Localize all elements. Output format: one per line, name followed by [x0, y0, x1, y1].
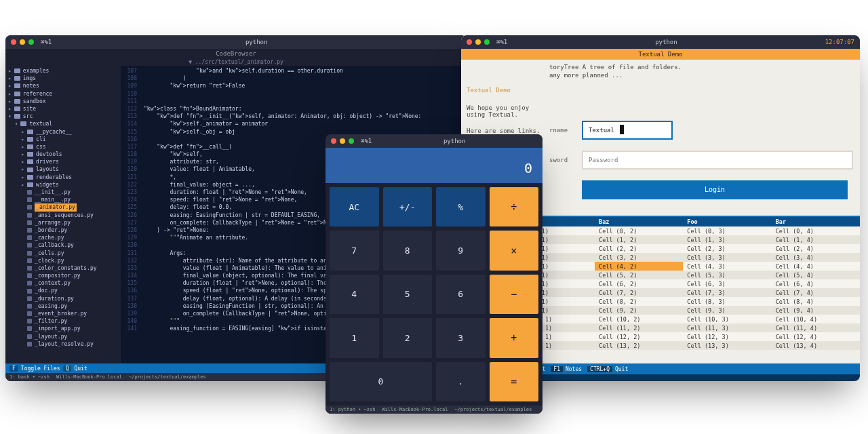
table-cell[interactable]: Cell (10, 4): [772, 315, 860, 323]
table-cell[interactable]: Cell (7, 2): [595, 288, 683, 297]
table-cell[interactable]: Cell (13, 4): [772, 341, 860, 350]
tree-file[interactable]: _layout.py: [8, 333, 118, 340]
tree-folder[interactable]: ▸ devtools: [8, 151, 118, 158]
table-cell[interactable]: Cell (1, 2): [595, 235, 683, 244]
calc-key-+[interactable]: +: [490, 318, 539, 357]
minimize-icon[interactable]: [340, 138, 345, 144]
table-header[interactable]: Bar: [772, 217, 860, 226]
tree-folder[interactable]: ▸ sandbox: [8, 98, 118, 105]
tree-file[interactable]: _callback.py: [8, 241, 118, 249]
table-cell[interactable]: Cell (1, 3): [683, 235, 771, 244]
calc-key-+/-[interactable]: +/-: [383, 187, 433, 226]
tree-file[interactable]: _context.py: [8, 279, 118, 287]
username-input[interactable]: [582, 121, 673, 140]
table-cell[interactable]: Cell (12, 2): [595, 332, 683, 341]
calc-key-8[interactable]: 8: [383, 231, 433, 270]
table-cell[interactable]: Cell (4, 2): [595, 262, 683, 271]
tree-folder[interactable]: ▸ imgs: [8, 75, 118, 82]
table-cell[interactable]: Cell (10, 3): [683, 315, 771, 323]
table-cell[interactable]: Cell (12, 4): [772, 332, 860, 341]
table-cell[interactable]: Cell (9, 2): [595, 306, 683, 315]
tree-file[interactable]: _event_broker.py: [8, 310, 118, 317]
tree-folder[interactable]: ▸ layouts: [8, 165, 118, 173]
tree-file[interactable]: _import_app.py: [8, 325, 118, 332]
table-cell[interactable]: Cell (13, 3): [683, 341, 771, 350]
table-cell[interactable]: Cell (9, 4): [772, 306, 860, 315]
tree-file[interactable]: _layout_resolve.py: [8, 340, 118, 348]
tree-folder[interactable]: ▸ examples: [8, 67, 118, 75]
calc-key-ac[interactable]: AC: [330, 187, 379, 226]
tree-file[interactable]: _color_constants.py: [8, 264, 118, 272]
tree-folder[interactable]: ▸ cli: [8, 136, 118, 143]
minimize-icon[interactable]: [20, 39, 25, 45]
calc-key-3[interactable]: 3: [436, 318, 486, 357]
tree-file[interactable]: _cells.py: [8, 250, 118, 257]
calc-key-5[interactable]: 5: [383, 275, 433, 314]
tree-folder[interactable]: ▾ src: [8, 113, 118, 120]
file-tree[interactable]: ▸ examples▸ imgs▸ notes▸ reference▸ sand…: [5, 66, 121, 363]
table-cell[interactable]: Cell (11, 4): [772, 323, 860, 332]
tree-folder[interactable]: ▸ renderables: [8, 174, 118, 181]
table-cell[interactable]: Cell (5, 2): [595, 271, 683, 279]
password-input[interactable]: [582, 151, 853, 170]
table-cell[interactable]: Cell (5, 3): [683, 271, 771, 279]
table-cell[interactable]: Cell (6, 2): [595, 279, 683, 288]
table-cell[interactable]: Cell (0, 2): [595, 226, 683, 235]
tree-folder[interactable]: ▸ reference: [8, 90, 118, 98]
zoom-icon[interactable]: [349, 138, 354, 144]
tree-folder[interactable]: ▸ __pycache__: [8, 128, 118, 136]
close-icon[interactable]: [11, 39, 16, 45]
tree-file[interactable]: _duration.py: [8, 295, 118, 302]
table-header[interactable]: Foo: [683, 217, 771, 226]
tree-file[interactable]: _compositor.py: [8, 272, 118, 279]
tree-file[interactable]: _animator.py: [8, 203, 118, 211]
calc-key-1[interactable]: 1: [330, 318, 379, 357]
table-cell[interactable]: Cell (7, 3): [683, 288, 771, 297]
table-cell[interactable]: Cell (7, 4): [772, 288, 860, 297]
calc-key-−[interactable]: −: [490, 275, 539, 314]
zoom-icon[interactable]: [484, 39, 490, 45]
calc-key-6[interactable]: 6: [436, 275, 486, 314]
tree-folder[interactable]: ▸ css: [8, 143, 118, 151]
tree-file[interactable]: _ansi_sequences.py: [8, 212, 118, 219]
close-icon[interactable]: [467, 39, 472, 45]
table-cell[interactable]: Cell (0, 4): [772, 226, 860, 235]
calc-key-0[interactable]: 0: [330, 362, 432, 401]
login-button[interactable]: Login: [582, 180, 848, 199]
table-cell[interactable]: Cell (13, 2): [595, 341, 683, 350]
tree-file[interactable]: _clock.py: [8, 257, 118, 264]
table-cell[interactable]: Cell (10, 2): [595, 315, 683, 323]
calc-key-÷[interactable]: ÷: [490, 187, 539, 226]
table-cell[interactable]: Cell (6, 3): [683, 279, 771, 288]
table-header[interactable]: Baz: [595, 217, 683, 226]
table-cell[interactable]: Cell (2, 4): [772, 244, 860, 253]
tree-file[interactable]: __init__.py: [8, 189, 118, 196]
calc-key-9[interactable]: 9: [436, 231, 486, 270]
tree-file[interactable]: _border.py: [8, 226, 118, 234]
table-cell[interactable]: Cell (8, 2): [595, 297, 683, 306]
calc-key-×[interactable]: ×: [490, 231, 539, 270]
table-cell[interactable]: Cell (3, 3): [683, 253, 771, 262]
table-cell[interactable]: Cell (8, 4): [772, 297, 860, 306]
table-cell[interactable]: Cell (8, 3): [683, 297, 771, 306]
tree-folder[interactable]: ▾ textual: [8, 120, 118, 127]
table-cell[interactable]: Cell (9, 3): [683, 306, 771, 315]
zoom-icon[interactable]: [28, 39, 34, 45]
tree-folder[interactable]: ▸ notes: [8, 82, 118, 90]
calc-key-4[interactable]: 4: [330, 275, 379, 314]
tree-file[interactable]: _doc.py: [8, 287, 118, 294]
calc-key-.[interactable]: .: [436, 362, 486, 401]
table-cell[interactable]: Cell (2, 3): [683, 244, 771, 253]
calc-key-%[interactable]: %: [436, 187, 486, 226]
tree-folder[interactable]: ▸ site: [8, 105, 118, 113]
calc-key-=[interactable]: =: [490, 362, 539, 401]
tree-folder[interactable]: ▸ widgets: [8, 181, 118, 189]
table-cell[interactable]: Cell (5, 4): [772, 271, 860, 279]
tree-file[interactable]: _cache.py: [8, 234, 118, 241]
minimize-icon[interactable]: [475, 39, 481, 45]
tree-file[interactable]: _filter.py: [8, 317, 118, 325]
table-cell[interactable]: Cell (3, 2): [595, 253, 683, 262]
table-cell[interactable]: Cell (11, 3): [683, 323, 771, 332]
table-cell[interactable]: Cell (6, 4): [772, 279, 860, 288]
table-cell[interactable]: Cell (4, 4): [772, 262, 860, 271]
